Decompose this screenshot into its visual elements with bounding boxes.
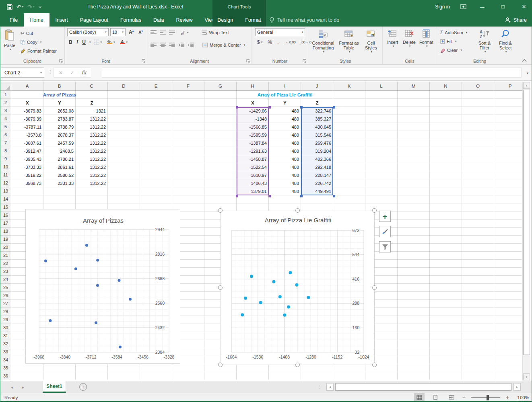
cell[interactable]: 480 <box>269 147 301 155</box>
cell[interactable]: -3687.61 <box>11 139 43 147</box>
range-corner-handle[interactable] <box>300 195 303 197</box>
decrease-font-button[interactable]: A▾ <box>137 30 144 35</box>
select-all-corner[interactable] <box>0 82 11 91</box>
row-header-4[interactable]: 4 <box>0 115 11 123</box>
cell[interactable]: 2861.61 <box>43 163 76 171</box>
scroll-right-arrow[interactable]: ▸ <box>513 383 521 391</box>
row-header-10[interactable]: 10 <box>0 163 11 171</box>
row-header-31[interactable]: 31 <box>0 332 11 340</box>
tab-review[interactable]: Review <box>170 13 198 27</box>
range-corner-handle[interactable] <box>236 195 238 197</box>
cell[interactable]: 480 <box>269 163 301 171</box>
increase-font-button[interactable]: A▴ <box>127 29 135 35</box>
cell[interactable]: -3733.33 <box>11 163 43 171</box>
name-box[interactable]: Chart 2▾ <box>1 68 44 78</box>
cell[interactable]: 2457.59 <box>43 139 76 147</box>
cell[interactable]: 2780.21 <box>43 155 76 163</box>
column-header-N[interactable]: N <box>430 82 462 90</box>
column-header-O[interactable]: O <box>462 82 494 90</box>
scroll-up-arrow[interactable]: ▴ <box>523 82 530 89</box>
tab-page-layout[interactable]: Page Layout <box>74 13 114 27</box>
close-button[interactable]: ✕ <box>519 4 529 10</box>
column-header-F[interactable]: F <box>172 82 204 90</box>
chart-selection-handle[interactable] <box>218 363 223 367</box>
conditional-formatting-button[interactable]: ≠ Conditional Formatting ▾ <box>311 28 336 58</box>
align-right-icon[interactable] <box>169 43 175 47</box>
font-name-combo[interactable]: Calibri (Body)▾ <box>67 28 109 36</box>
tab-home[interactable]: Home <box>24 13 49 27</box>
row-header-18[interactable]: 18 <box>0 228 11 236</box>
row-header-12[interactable]: 12 <box>0 179 11 187</box>
cell[interactable]: 1312.22 <box>76 131 108 139</box>
formula-input[interactable] <box>102 68 522 78</box>
cell[interactable]: 1312.22 <box>76 171 108 179</box>
cell[interactable]: Array of Pizza Lie Graffiti <box>237 91 333 99</box>
alignment-dialog-launcher[interactable] <box>246 59 250 63</box>
cell[interactable]: 2783.87 <box>43 115 76 123</box>
sheet-tab-sheet1[interactable]: Sheet1 <box>43 381 66 393</box>
cut-button[interactable]: ✂Cut <box>19 29 58 38</box>
cell[interactable]: 480 <box>269 179 301 187</box>
clipboard-dialog-launcher[interactable] <box>59 59 63 63</box>
cell[interactable]: 2678.37 <box>43 131 76 139</box>
copy-button[interactable]: Copy▾ <box>19 38 58 47</box>
format-painter-button[interactable]: Format Painter <box>19 47 58 55</box>
column-header-B[interactable]: B <box>43 82 76 90</box>
cell[interactable]: 1312.22 <box>76 123 108 131</box>
tab-format[interactable]: Format <box>239 13 267 27</box>
increase-decimal-button[interactable]: ←.0 .00 <box>283 40 297 44</box>
align-center-icon[interactable] <box>160 43 166 47</box>
format-as-table-button[interactable]: Format as Table ▾ <box>337 28 361 58</box>
row-header-24[interactable]: 24 <box>0 276 11 284</box>
zoom-out-button[interactable]: − <box>462 394 466 401</box>
cell[interactable]: 1312.22 <box>76 155 108 163</box>
cell[interactable]: 480 <box>269 123 301 131</box>
page-break-preview-button[interactable] <box>446 393 457 402</box>
sheet-nav-left[interactable]: ◂ <box>11 385 13 390</box>
insert-function-button[interactable]: fx <box>81 70 86 76</box>
column-header-A[interactable]: A <box>11 82 43 90</box>
cell[interactable]: 480 <box>269 139 301 147</box>
increase-indent-icon[interactable] <box>188 43 194 47</box>
chart-source-range-highlight[interactable] <box>301 107 333 195</box>
chart-selection-handle[interactable] <box>295 363 300 367</box>
paste-button[interactable]: Paste ▾ <box>0 28 19 58</box>
scatter-chart-1[interactable]: -3968-3840-3712-3584-3456-33282304243225… <box>25 209 180 364</box>
cell-styles-button[interactable]: Cell Styles ▾ <box>362 28 380 58</box>
row-header-29[interactable]: 29 <box>0 316 11 324</box>
column-header-E[interactable]: E <box>140 82 172 90</box>
comma-style-button[interactable]: , <box>275 39 280 45</box>
column-header-I[interactable]: I <box>269 82 301 90</box>
accounting-format-button[interactable]: $▾ <box>255 39 264 45</box>
scroll-left-arrow[interactable]: ◂ <box>326 383 334 391</box>
page-layout-view-button[interactable] <box>430 393 441 402</box>
customize-qat-button[interactable]: —▾ <box>39 5 42 8</box>
cell[interactable]: -3679.39 <box>11 115 43 123</box>
tab-file[interactable]: File <box>4 13 24 27</box>
column-header-H[interactable]: H <box>237 82 269 90</box>
row-header-32[interactable]: 32 <box>0 340 11 348</box>
chart-source-range-highlight[interactable] <box>237 107 269 195</box>
cell[interactable]: -3935.43 <box>11 155 43 163</box>
row-header-11[interactable]: 11 <box>0 171 11 179</box>
cell[interactable]: Y <box>269 99 301 107</box>
tab-data[interactable]: Data <box>147 13 170 27</box>
percent-style-button[interactable]: % <box>266 39 274 45</box>
cell[interactable]: 1312.22 <box>76 147 108 155</box>
cell[interactable]: 480 <box>269 155 301 163</box>
row-header-28[interactable]: 28 <box>0 308 11 316</box>
align-bottom-icon[interactable] <box>169 30 175 35</box>
column-header-M[interactable]: M <box>398 82 430 90</box>
range-corner-handle[interactable] <box>333 195 335 197</box>
tell-me-box[interactable]: Tell me what you want to do <box>269 13 339 27</box>
sort-filter-button[interactable]: AZ Sort & Filter ▾ <box>474 28 495 58</box>
save-button[interactable] <box>7 4 12 10</box>
row-header-17[interactable]: 17 <box>0 219 11 228</box>
row-header-5[interactable]: 5 <box>0 123 11 131</box>
tab-formulas[interactable]: Formulas <box>114 13 147 27</box>
cell[interactable]: Z <box>76 99 108 107</box>
chart-elements-button[interactable]: + <box>379 211 391 222</box>
fill-button[interactable]: Fill▾ <box>439 37 474 46</box>
row-header-22[interactable]: 22 <box>0 260 11 268</box>
undo-button[interactable]: ↶▾ <box>16 4 23 10</box>
